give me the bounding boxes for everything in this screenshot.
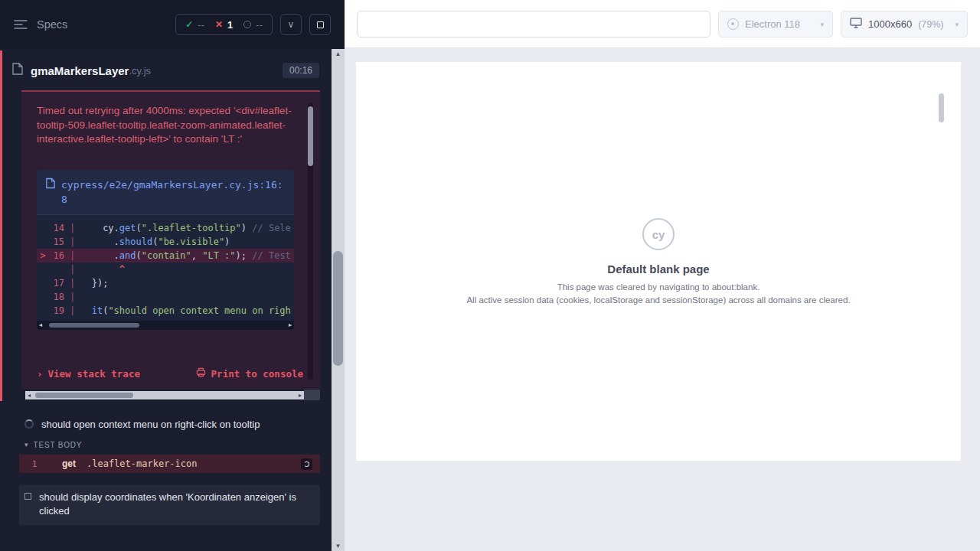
spec-duration-badge: 00:16 [283, 63, 319, 78]
test-title: should display coordinates when 'Koordin… [39, 491, 303, 518]
stat-passed: ✓ -- [185, 19, 204, 31]
stat-failed: ✕ 1 [215, 19, 233, 31]
code-frame-file-link[interactable]: cypress/e2e/gmaMarkersLayer.cy.js:16:8 [61, 178, 285, 207]
spec-name[interactable]: gmaMarkersLayer [31, 64, 129, 77]
aut-scrollbar-thumb[interactable] [939, 93, 944, 122]
reporter-vscroll-thumb[interactable] [333, 251, 343, 366]
stop-run-button[interactable] [309, 14, 331, 35]
failed-icon: ✕ [215, 19, 223, 30]
spec-file-icon [12, 63, 23, 78]
specs-label: Specs [37, 18, 67, 31]
command-row[interactable]: 1 get .leaflet-marker-icon [19, 455, 320, 473]
viewport-size: 1000x660 [868, 18, 912, 30]
cypress-logo: cy [642, 218, 675, 250]
chevron-down-icon: ▾ [955, 21, 959, 28]
browser-name: Electron 118 [745, 18, 800, 30]
command-retry-badge [301, 458, 312, 470]
url-input[interactable] [357, 11, 710, 37]
test-title: should open context menu on right-click … [41, 419, 260, 430]
running-spinner-icon [24, 419, 34, 429]
scroll-left-icon[interactable]: ◂ [28, 391, 31, 399]
scroll-down-icon[interactable]: ▼ [332, 543, 345, 549]
code-line: >16| .and("contain", "LT :"); // Test [37, 249, 294, 262]
error-vscrollbar[interactable] [308, 103, 313, 380]
code-line: 14| cy.get(".leaflet-tooltip") // Sele [37, 221, 294, 235]
code-line: 15| .should("be.visible") [37, 235, 294, 249]
stat-pending: -- [243, 19, 263, 31]
viewport-scale: (79%) [918, 19, 943, 30]
aut-iframe: cy Default blank page This page was clea… [356, 62, 961, 461]
reporter-header: Specs ✓ -- ✕ 1 -- ∨ [0, 0, 345, 49]
code-file-icon [46, 178, 55, 207]
blank-page-title: Default blank page [607, 262, 709, 276]
section-chevron-icon: ▾ [24, 441, 28, 448]
print-to-console-button[interactable]: Print to console [196, 367, 303, 380]
reporter-hscroll-thumb[interactable] [35, 393, 133, 398]
error-footer: › View stack trace Print to console [37, 367, 303, 380]
pending-test-icon [24, 493, 31, 500]
chevron-down-icon: ▾ [820, 21, 824, 28]
view-stack-trace-button[interactable]: › View stack trace [37, 368, 140, 380]
browser-select[interactable]: Electron 118 ▾ [718, 11, 833, 37]
pending-icon [243, 21, 251, 28]
command-method: get [62, 458, 76, 469]
reporter-panel: Specs ✓ -- ✕ 1 -- ∨ [0, 0, 345, 551]
error-attempt-panel: Timed out retrying after 4000ms: expecte… [21, 90, 320, 389]
passed-icon: ✓ [185, 19, 193, 30]
error-vscroll-thumb[interactable] [308, 106, 313, 166]
scroll-right-icon[interactable]: ▸ [299, 391, 302, 399]
scroll-left-icon[interactable]: ◂ [39, 321, 42, 330]
test-item-pending[interactable]: should display coordinates when 'Koordin… [19, 485, 320, 525]
caret-right-icon: › [37, 368, 43, 380]
blank-page-line2: All active session data (cookies, localS… [466, 295, 850, 305]
command-spinner-icon [304, 461, 309, 467]
test-stats: ✓ -- ✕ 1 -- [175, 14, 273, 35]
chevron-down-icon: ∨ [288, 19, 295, 30]
command-number: 1 [19, 459, 50, 469]
test-item-running[interactable]: should open context menu on right-click … [19, 413, 320, 435]
error-message: Timed out retrying after 4000ms: expecte… [37, 104, 296, 147]
code-frame-header: cypress/e2e/gmaMarkersLayer.cy.js:16:8 [37, 170, 294, 215]
print-icon [196, 367, 206, 380]
code-line: 19| it("should open context menu on righ [37, 304, 294, 318]
blank-page-line1: This page was cleared by navigating to a… [557, 282, 760, 292]
failed-suite-border [0, 51, 2, 401]
runner-area: Electron 118 ▾ 1000x660 (79%) ▾ cy Defau… [345, 0, 980, 551]
code-line: | ^ [37, 262, 294, 276]
scrollbar-corner [304, 390, 320, 400]
failed-count: 1 [227, 19, 233, 31]
print-to-console-label: Print to console [211, 368, 303, 380]
electron-browser-icon [727, 18, 739, 30]
code-line: 17| }); [37, 276, 294, 290]
code-frame: cypress/e2e/gmaMarkersLayer.cy.js:16:8 1… [37, 170, 294, 330]
spec-extension: .cy.js [129, 65, 151, 77]
passed-count: -- [198, 19, 204, 31]
pending-count: -- [256, 19, 263, 31]
code-line: 18| [37, 290, 294, 304]
reporter-vscrollbar[interactable]: ▲ ▼ [332, 49, 345, 551]
reporter-hscrollbar[interactable]: ◂ ▸ [25, 391, 304, 399]
viewport-monitor-icon [850, 18, 862, 31]
code-frame-hscroll-thumb[interactable] [49, 323, 139, 328]
test-body-section[interactable]: ▾ TEST BODY [19, 437, 82, 452]
collapse-tests-button[interactable]: ∨ [280, 14, 302, 35]
code-frame-hscrollbar[interactable]: ◂ ▸ [37, 321, 294, 330]
specs-list-icon[interactable] [14, 19, 28, 30]
test-body-label: TEST BODY [34, 441, 83, 449]
code-frame-lines: 14| cy.get(".leaflet-tooltip") // Sele15… [37, 215, 294, 321]
command-message: .leaflet-marker-icon [87, 458, 198, 469]
runner-header: Electron 118 ▾ 1000x660 (79%) ▾ [345, 0, 980, 48]
viewport-select[interactable]: 1000x660 (79%) ▾ [841, 11, 968, 37]
scroll-right-icon[interactable]: ▸ [289, 321, 292, 330]
spec-header: gmaMarkersLayer .cy.js 00:16 [0, 55, 332, 86]
stop-icon [317, 21, 324, 28]
view-stack-trace-label: View stack trace [48, 368, 140, 380]
cypress-runner: Specs ✓ -- ✕ 1 -- ∨ [0, 0, 980, 551]
scroll-up-icon[interactable]: ▲ [332, 51, 345, 57]
